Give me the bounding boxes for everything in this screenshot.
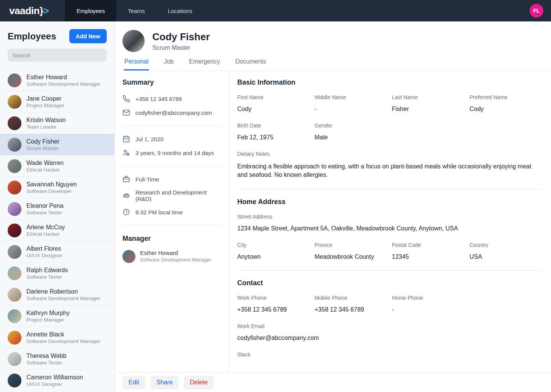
summary-panel: Summary +358 12 345 6789 codyfisher@abcc… xyxy=(115,71,230,372)
tab-personal[interactable]: Personal xyxy=(124,58,149,70)
employee-name: Savannah Nguyen xyxy=(26,181,77,188)
employee-text: Cameron Williamson UI/UX Designer xyxy=(26,374,83,387)
employee-role: Software Development Manager xyxy=(26,338,101,345)
nav-item-employees[interactable]: Employees xyxy=(65,0,116,21)
field-dietary-notes: Dietary Notes Embracing a flexible appro… xyxy=(237,151,541,179)
employee-role: Team Leader xyxy=(26,124,66,130)
summary-phone-row: +358 12 345 6789 xyxy=(122,95,222,103)
employee-name: Eleanor Pena xyxy=(26,202,64,209)
employee-list-item[interactable]: Eleanor Pena Software Tester xyxy=(0,198,114,219)
manager-text: Esther Howard Software Development Manag… xyxy=(140,250,211,263)
basic-information-title: Basic Information xyxy=(237,78,541,87)
summary-tenure: 3 years, 9 months and 14 days xyxy=(135,150,214,156)
manager-list-item[interactable]: Esther Howard Software Development Manag… xyxy=(122,250,222,263)
employee-list: Esther Howard Software Development Manag… xyxy=(0,69,114,392)
nav-item-teams[interactable]: Teams xyxy=(116,0,156,21)
vaadin-logo[interactable]: vaadin}> xyxy=(0,0,65,21)
app-root: vaadin}> Employees Teams Locations FL Em… xyxy=(0,0,551,392)
employee-role: UI/UX Designer xyxy=(26,253,62,259)
employee-list-item[interactable]: Annette Black Software Development Manag… xyxy=(0,327,114,348)
employee-avatar xyxy=(8,95,21,109)
field-middle-name: Middle Name- xyxy=(315,94,392,113)
employee-list-item[interactable]: Kristin Watson Team Leader xyxy=(0,112,114,134)
sidebar-title: Employees xyxy=(8,31,56,42)
employee-list-item[interactable]: Albert Flores UI/UX Designer xyxy=(0,241,114,262)
employee-detail-panel: Cody Fisher Scrum Master Personal Job Em… xyxy=(115,21,551,392)
employee-list-item[interactable]: Theresa Webb Software Tester xyxy=(0,348,114,369)
employee-avatar xyxy=(8,74,21,87)
clock-icon xyxy=(122,208,130,216)
employee-list-item[interactable]: Wade Warren Ethical Hacker xyxy=(0,155,114,176)
employee-list-item[interactable]: Esther Howard Software Development Manag… xyxy=(0,69,114,91)
employee-role: Project Manager xyxy=(26,103,64,109)
employee-text: Darlene Robertson Software Development M… xyxy=(26,288,101,302)
home-address-row: CityAnytown ProviceMeadowbrook County Po… xyxy=(237,242,541,260)
edit-button[interactable]: Edit xyxy=(122,376,145,389)
employee-list-item[interactable]: Savannah Nguyen Software Developer xyxy=(0,176,114,198)
employee-text: Ralph Edwards Software Tester xyxy=(26,266,68,280)
employee-list-item[interactable]: Kathryn Murphy Project Manager xyxy=(0,305,114,327)
employee-list-item[interactable]: Arlene McCoy Ethical Hacker xyxy=(0,219,114,241)
summary-phone: +358 12 345 6789 xyxy=(135,96,182,102)
employee-list-item[interactable]: Cameron Williamson UI/UX Designer xyxy=(0,369,114,391)
employee-name: Annette Black xyxy=(26,331,101,338)
field-postal-code: Postal Code12345 xyxy=(392,242,469,260)
share-button[interactable]: Share xyxy=(150,376,179,389)
employee-name: Jane Cooper xyxy=(26,95,64,102)
employee-avatar xyxy=(8,245,21,259)
field-preferred-name: Preferred NameCody xyxy=(469,94,541,113)
employee-avatar xyxy=(8,266,21,280)
delete-button[interactable]: Delete xyxy=(184,376,214,389)
logo-chevron: > xyxy=(43,5,49,17)
employee-avatar xyxy=(8,288,21,302)
field-province: ProviceMeadowbrook County xyxy=(315,242,392,260)
employee-name: Cameron Williamson xyxy=(26,374,83,381)
employee-list-item[interactable]: Darlene Robertson Software Development M… xyxy=(0,284,114,305)
employee-name: Darlene Robertson xyxy=(26,288,101,295)
team-icon xyxy=(122,192,130,199)
employee-text: Arlene McCoy Ethical Hacker xyxy=(26,224,65,237)
field-gender: GenderMale xyxy=(315,122,392,141)
search-input[interactable] xyxy=(8,49,107,62)
tab-documents[interactable]: Documents xyxy=(235,58,267,70)
profile-role: Scrum Master xyxy=(152,44,210,51)
employee-role: Software Tester xyxy=(26,274,68,280)
employee-role: Software Development Manager xyxy=(26,296,101,302)
summary-start-date-row: Jul 1, 2020 xyxy=(122,135,222,143)
field-birth-date: Birth DateFeb 12, 1975 xyxy=(237,122,315,141)
field-last-name: Last NameFisher xyxy=(392,94,469,113)
employee-text: Eleanor Pena Software Tester xyxy=(26,202,64,216)
employee-role: Scrum Master xyxy=(26,145,59,152)
page-title: Cody Fisher xyxy=(152,31,210,42)
user-avatar[interactable]: FL xyxy=(530,4,543,18)
employee-list-item[interactable]: Jane Cooper Project Manager xyxy=(0,91,114,112)
nav-item-locations[interactable]: Locations xyxy=(156,0,204,21)
phone-icon xyxy=(122,95,130,103)
employee-name: Kristin Watson xyxy=(26,116,66,124)
add-new-button[interactable]: Add New xyxy=(69,29,107,43)
employee-text: Savannah Nguyen Software Developer xyxy=(26,181,77,194)
employee-avatar xyxy=(8,202,21,216)
summary-tenure-row: 3 years, 9 months and 14 days xyxy=(122,149,222,157)
employee-list-item[interactable]: Cody Fisher Scrum Master xyxy=(0,134,114,155)
tab-job[interactable]: Job xyxy=(163,58,174,70)
summary-department: Research and Development (R&D) xyxy=(135,189,222,202)
employee-text: Wade Warren Ethical Hacker xyxy=(26,159,64,173)
summary-email-row: codyfisher@abccompany.com xyxy=(122,109,222,116)
employee-role: UI/UX Designer xyxy=(26,381,83,387)
tab-emergency[interactable]: Emergency xyxy=(189,58,220,70)
employee-role: Software Development Manager xyxy=(26,81,101,87)
profile-header: Cody Fisher Scrum Master Personal Job Em… xyxy=(115,21,551,71)
employee-avatar xyxy=(8,224,21,237)
employee-avatar xyxy=(8,159,21,173)
employee-role: Ethical Hacker xyxy=(26,167,64,173)
employee-name: Cody Fisher xyxy=(26,138,59,145)
employee-list-item[interactable]: Ralph Edwards Software Tester xyxy=(0,262,114,284)
briefcase-icon xyxy=(122,175,130,183)
field-country: CountryUSA xyxy=(469,242,541,260)
contact-title: Contact xyxy=(237,279,541,287)
employee-name: Arlene McCoy xyxy=(26,224,65,231)
top-navbar: vaadin}> Employees Teams Locations FL xyxy=(0,0,551,21)
summary-email: codyfisher@abccompany.com xyxy=(135,109,212,116)
manager-title: Manager xyxy=(122,235,222,243)
